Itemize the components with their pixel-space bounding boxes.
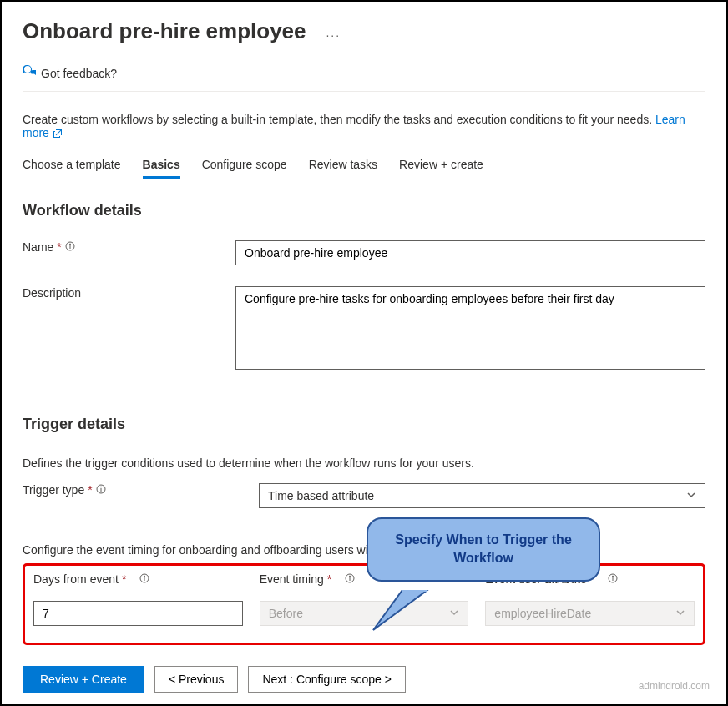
trigger-details-header: Trigger details — [23, 416, 705, 433]
feedback-icon — [23, 65, 36, 81]
svg-point-2 — [69, 244, 70, 245]
info-icon[interactable] — [96, 483, 106, 497]
event-user-attribute-select: employeeHireDate — [485, 601, 695, 626]
name-field[interactable] — [235, 240, 705, 265]
event-timing-highlight: Days from event * Event timing * Before — [23, 563, 705, 645]
external-link-icon — [53, 126, 63, 139]
info-icon[interactable] — [139, 572, 149, 586]
tabs-nav: Choose a template Basics Configure scope… — [23, 158, 705, 179]
info-icon[interactable] — [608, 572, 618, 586]
trigger-type-select[interactable]: Time based attribute — [259, 483, 705, 508]
info-icon[interactable] — [345, 572, 355, 586]
svg-point-5 — [100, 487, 101, 487]
workflow-details-header: Workflow details — [23, 202, 705, 219]
chevron-down-icon — [449, 607, 459, 620]
page-title: Onboard pre-hire employee — [23, 18, 306, 44]
watermark: admindroid.com — [639, 680, 710, 692]
feedback-link-label: Got feedback? — [41, 67, 117, 80]
tab-review-create[interactable]: Review + create — [399, 158, 483, 179]
event-config-text: Configure the event timing for onboardin… — [23, 543, 705, 557]
callout-annotation: Specify When to Trigger the Workflow — [367, 517, 600, 582]
description-field[interactable]: Configure pre-hire tasks for onboarding … — [235, 286, 705, 370]
trigger-description: Defines the trigger conditions used to d… — [23, 456, 705, 470]
event-timing-select: Before — [260, 601, 469, 626]
days-from-event-field[interactable] — [33, 601, 243, 626]
info-icon[interactable] — [65, 240, 75, 254]
tab-review-tasks[interactable]: Review tasks — [309, 158, 377, 179]
name-label: Name * — [23, 240, 235, 254]
previous-button[interactable]: < Previous — [154, 666, 239, 693]
svg-point-14 — [612, 576, 613, 577]
next-button[interactable]: Next : Configure scope > — [248, 666, 405, 693]
more-options-button[interactable]: ··· — [326, 28, 341, 42]
description-label: Description — [23, 286, 235, 300]
feedback-bar[interactable]: Got feedback? — [23, 65, 705, 92]
svg-point-8 — [144, 576, 145, 577]
days-from-event-label: Days from event * — [33, 572, 243, 586]
tab-configure-scope[interactable]: Configure scope — [202, 158, 287, 179]
page-title-row: Onboard pre-hire employee ··· — [23, 18, 705, 44]
trigger-type-label: Trigger type * — [23, 483, 259, 497]
tab-basics[interactable]: Basics — [143, 158, 180, 179]
svg-point-11 — [349, 576, 350, 577]
review-create-button[interactable]: Review + Create — [23, 666, 144, 693]
chevron-down-icon — [686, 489, 696, 502]
intro-text: Create custom workflows by selecting a b… — [23, 113, 705, 139]
footer-buttons: Review + Create < Previous Next : Config… — [23, 666, 705, 693]
tab-choose-template[interactable]: Choose a template — [23, 158, 121, 179]
chevron-down-icon — [675, 607, 685, 620]
